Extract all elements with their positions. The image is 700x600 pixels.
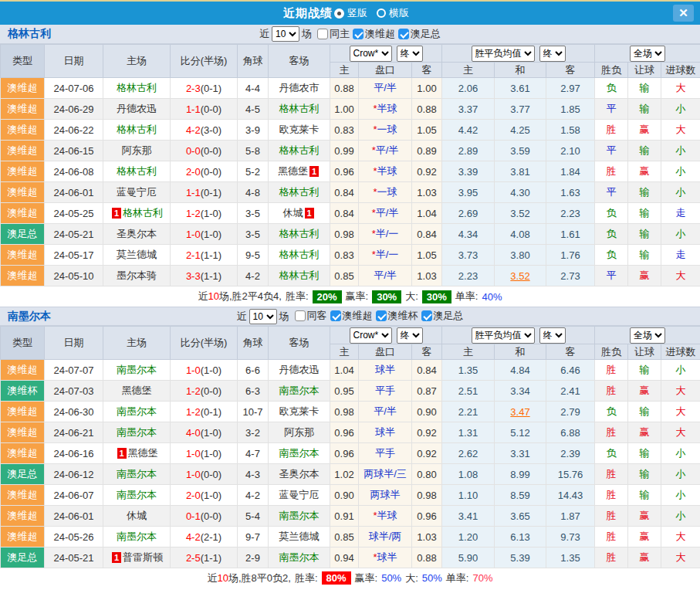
corner-count: 6-6 (238, 360, 269, 381)
avg-away-odds: 1.35 (546, 547, 595, 568)
odds-source-select[interactable]: Crow* (350, 46, 392, 62)
league-badge: 澳维超 (1, 99, 45, 120)
away-team-cell: 格林古利 (269, 224, 330, 245)
avg-away-odds: 2.23 (546, 203, 595, 224)
league-filter-1[interactable]: 澳维杯 (376, 309, 418, 323)
league-badge: 澳维超 (1, 141, 45, 161)
league-filter-1-checkbox[interactable] (376, 310, 387, 321)
league-filter-0[interactable]: 澳维超 (353, 27, 395, 41)
home-team-cell: 蓝曼宁厄 (103, 182, 171, 203)
same-side-filter[interactable]: 同主 (317, 27, 350, 41)
radio-horizontal-layout[interactable] (377, 8, 386, 18)
avg-draw-value[interactable]: 3.47 (510, 406, 529, 418)
match-count-select[interactable]: 10 (272, 26, 299, 42)
radio-vertical-layout[interactable] (334, 8, 344, 19)
scope-select[interactable]: 全场 (630, 327, 665, 344)
league-badge: 澳维超 (1, 120, 45, 141)
avg-home-odds: 2.62 (442, 443, 495, 464)
same-side-filter-checkbox[interactable] (317, 29, 328, 39)
odds-final-select[interactable]: 终 (397, 46, 423, 62)
summary-item-value-3: 40% (482, 291, 502, 303)
avg-draw-value: 8.99 (510, 469, 529, 480)
scope-select[interactable]: 全场 (630, 46, 665, 62)
handicap-result: 赢 (628, 506, 661, 527)
close-button[interactable]: ✕ (673, 5, 694, 22)
match-row: 澳维超24-06-161黑德堡1-0(1-0)4-7南墨尔本0.96平手0.92… (1, 443, 700, 464)
avg-draw-value: 3.34 (510, 385, 529, 397)
league-filter-2[interactable]: 澳足总 (421, 309, 464, 323)
odds-source-select[interactable]: Crow* (350, 327, 392, 344)
handicap-text: 平/半 (374, 405, 397, 417)
goals-result: 小 (661, 360, 700, 381)
away-team-cell: 南墨尔本 (269, 506, 330, 527)
wdl-result: 负 (595, 443, 628, 464)
sub-header-handicap-result: 让球 (628, 63, 661, 78)
league-badge: 澳维超 (1, 485, 45, 506)
corner-count: 4-7 (238, 443, 269, 464)
home-odds: 1.04 (330, 360, 359, 381)
avg-home-odds: 4.34 (442, 224, 495, 245)
avg-final-select[interactable]: 终 (539, 46, 566, 62)
match-date: 24-06-01 (45, 182, 103, 203)
handicap-line: 平/半 (359, 402, 412, 422)
match-row: 澳维超24-07-07南墨尔本1-0(1-0)6-6丹德农迅1.04球半0.84… (1, 360, 700, 381)
handicap-result: 赢 (628, 161, 661, 182)
league-filter-1[interactable]: 澳足总 (398, 27, 441, 41)
avg-group-header: 胜平负均值终 (442, 45, 595, 63)
red-card-badge: 1 (309, 166, 319, 177)
home-team-name: 南墨尔本 (117, 405, 157, 417)
avg-draw-value: 4.30 (510, 187, 529, 198)
avg-final-select[interactable]: 终 (539, 327, 566, 344)
red-card-badge: 1 (112, 552, 121, 563)
home-team-cell: 南墨尔本 (103, 464, 171, 485)
halftime-score: (0-1) (201, 406, 221, 418)
col-header-date: 日期 (45, 45, 103, 78)
match-row: 澳维超24-05-10墨尔本骑3-3(1-1)4-2格林古利0.85平/半1.0… (1, 266, 700, 286)
avg-draw-value[interactable]: 3.52 (510, 270, 529, 282)
goals-result: 大 (661, 381, 700, 402)
match-row: 澳维杯24-07-03黑德堡1-2(0-0)6-3南墨尔本0.95平手0.872… (1, 381, 700, 402)
handicap-line: 平/半 (359, 266, 412, 286)
handicap-text: 平手 (375, 447, 395, 459)
match-date: 24-06-16 (45, 443, 103, 464)
avg-draw-odds: 4.84 (495, 360, 546, 381)
wdl-result: 胜 (595, 422, 628, 443)
handicap-line: *一球 (359, 120, 412, 141)
handicap-result: 输 (628, 141, 661, 161)
filter-controls: 近 10 场 同客澳维超澳维杯澳足总 (237, 309, 464, 324)
summary-item-label-1: 赢率: (355, 571, 378, 585)
home-team-cell: 南墨尔本 (103, 422, 171, 443)
summary-item-value-1: 50% (381, 572, 401, 584)
col-header-date: 日期 (45, 327, 103, 360)
same-side-filter[interactable]: 同客 (295, 309, 327, 323)
away-team-cell: 南墨尔本 (269, 547, 330, 568)
away-team-name: 欧克莱卡 (279, 124, 320, 135)
handicap-text: 半球 (377, 103, 397, 114)
avg-source-select[interactable]: 胜平负均值 (472, 327, 535, 344)
score-cell: 2-0(0-0) (171, 161, 238, 182)
handicap-result: 输 (628, 464, 661, 485)
league-filter-1-checkbox[interactable] (398, 29, 409, 39)
same-side-filter-checkbox[interactable] (295, 310, 306, 321)
away-team-name: 格林古利 (279, 249, 320, 260)
handicap-result: 输 (628, 485, 661, 506)
match-date: 24-05-17 (45, 245, 103, 266)
handicap-text: 半/一 (376, 228, 399, 239)
handicap-result: 输 (628, 402, 661, 422)
league-filter-2-checkbox[interactable] (421, 310, 432, 321)
avg-source-select[interactable]: 胜平负均值 (472, 46, 535, 62)
app-window: 近期战绩 竖版 横版 ✕ 格林古利 近 10 场 同主澳维超澳足总 类型 日期 (0, 0, 700, 600)
score-cell: 1-2(0-1) (171, 402, 238, 422)
odds-final-select[interactable]: 终 (397, 327, 423, 344)
handicap-line: *半球 (359, 506, 412, 527)
score-cell: 2-1(1-1) (171, 245, 238, 266)
home-team-name: 格林古利 (123, 207, 163, 219)
league-filter-0-checkbox[interactable] (330, 310, 341, 321)
summary-item-label-2: 大: (405, 571, 418, 585)
corner-count: 9-7 (238, 527, 269, 547)
match-row: 澳维超24-05-251格林古利1-2(1-0)3-5休城10.84*平/半1.… (1, 203, 700, 224)
league-filter-0-checkbox[interactable] (353, 29, 364, 39)
league-filter-0[interactable]: 澳维超 (330, 309, 373, 323)
match-count-select[interactable]: 10 (249, 309, 277, 324)
odds-group-header: Crow*终 (330, 45, 442, 63)
